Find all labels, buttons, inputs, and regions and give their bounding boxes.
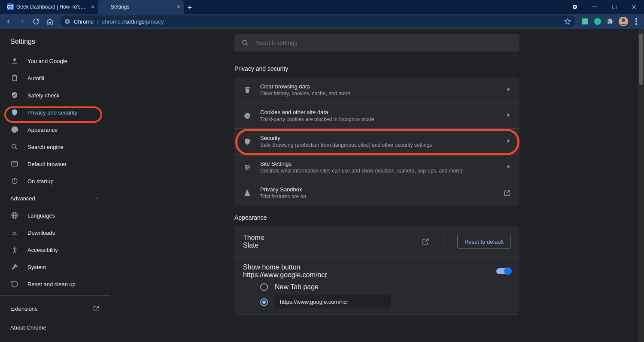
titlebar: GD Geek Dashboard | How-To's, Sm × Setti… <box>0 0 644 14</box>
launch-icon[interactable] <box>503 189 511 197</box>
home-url-input[interactable] <box>275 295 391 309</box>
row-subtitle: Safe Browsing (protection from dangerous… <box>260 142 499 148</box>
reset-to-default-button[interactable]: Reset to default <box>457 235 511 249</box>
shield-check-icon <box>10 91 19 99</box>
launch-icon <box>93 305 100 312</box>
palette-icon <box>10 126 19 133</box>
row-text: Clear browsing data Clear history, cooki… <box>260 83 499 97</box>
radio-custom-url[interactable] <box>243 291 511 309</box>
svg-point-11 <box>622 18 625 22</box>
sidebar-item-label: Reset and clean up <box>27 281 76 288</box>
minimize-button[interactable] <box>585 0 605 14</box>
close-window-button[interactable] <box>624 0 644 14</box>
svg-point-13 <box>635 21 637 22</box>
search-input[interactable] <box>256 39 513 46</box>
wrench-icon <box>10 263 19 271</box>
scroll-thumb[interactable] <box>639 33 643 85</box>
home-url: https://www.google.com/ncr <box>243 271 327 279</box>
reload-button[interactable] <box>30 15 42 27</box>
browser-icon <box>10 160 19 168</box>
searchbar[interactable] <box>234 34 519 51</box>
omnibox[interactable]: Chrome | chrome://settings/privacy <box>60 15 575 27</box>
sidebar-item-autofill[interactable]: Autofill <box>0 70 110 87</box>
row-privacy-sandbox[interactable]: Privacy Sandbox Trial features are on <box>234 180 519 206</box>
row-home-button: Show home button https://www.google.com/… <box>234 257 519 315</box>
shield-icon <box>10 109 19 116</box>
svg-point-18 <box>12 144 16 148</box>
sidebar-item-you-and-google[interactable]: You and Google <box>0 52 110 70</box>
omnibox-chip: Chrome <box>74 18 94 25</box>
sidebar-item-on-startup[interactable]: On startup <box>0 173 110 190</box>
row-theme: Theme Slate Reset to default <box>234 226 519 257</box>
appearance-card: Theme Slate Reset to default Show home b… <box>234 226 519 315</box>
back-button[interactable] <box>3 15 15 27</box>
bookmark-star-icon[interactable] <box>564 18 571 25</box>
new-tab-button[interactable]: + <box>184 2 196 14</box>
row-security[interactable]: Security Safe Browsing (protection from … <box>234 129 519 154</box>
chevron-right-icon <box>507 165 511 170</box>
theme-value: Slate <box>243 242 415 249</box>
toggle-knob <box>504 267 512 275</box>
home-button-toggle[interactable] <box>496 268 511 274</box>
row-site-settings[interactable]: Site Settings Controls what information … <box>234 154 519 180</box>
row-clear-browsing-data[interactable]: Clear browsing data Clear history, cooki… <box>234 77 519 103</box>
sidebar-item-privacy[interactable]: Privacy and security <box>0 104 110 121</box>
tab-geek-dashboard[interactable]: GD Geek Dashboard | How-To's, Sm × <box>3 0 98 14</box>
svg-point-33 <box>247 116 248 117</box>
svg-point-32 <box>246 114 247 115</box>
scrollbar[interactable] <box>638 29 644 342</box>
close-icon[interactable]: × <box>91 3 94 10</box>
row-subtitle: Controls what information sites can use … <box>260 168 499 174</box>
grammarly-icon[interactable] <box>592 16 603 27</box>
sidebar-item-downloads[interactable]: Downloads <box>0 224 110 241</box>
forward-button[interactable] <box>16 15 28 27</box>
svg-point-38 <box>246 165 247 166</box>
toolbar-right <box>580 16 641 27</box>
extension-icon[interactable] <box>580 16 590 27</box>
sidebar-item-reset[interactable]: Reset and clean up <box>0 275 110 293</box>
divider <box>0 295 110 296</box>
svg-point-31 <box>244 113 250 119</box>
extensions-puzzle-icon[interactable] <box>605 16 616 27</box>
row-subtitle: Trial features are on <box>260 194 495 200</box>
content: Privacy and security Clear browsing data… <box>110 29 644 342</box>
row-title: Site Settings <box>260 160 499 167</box>
svg-line-19 <box>15 148 17 149</box>
profile-avatar[interactable] <box>618 16 629 27</box>
search-wrap <box>234 29 519 57</box>
radio-new-tab[interactable]: New Tab page <box>243 279 511 291</box>
sidebar-item-about[interactable]: About Chrome <box>0 319 110 336</box>
row-cookies[interactable]: Cookies and other site data Third-party … <box>234 103 519 129</box>
close-icon[interactable]: × <box>177 3 180 10</box>
account-indicator-icon[interactable] <box>565 0 585 14</box>
radio-button[interactable] <box>260 283 268 291</box>
window-controls <box>565 0 644 14</box>
divider <box>443 234 444 249</box>
row-text: Privacy Sandbox Trial features are on <box>260 186 495 200</box>
search-icon <box>241 39 249 47</box>
sidebar-item-languages[interactable]: Languages <box>0 207 110 224</box>
maximize-button[interactable] <box>605 0 624 14</box>
sidebar-item-appearance[interactable]: Appearance <box>0 121 110 138</box>
svg-point-28 <box>14 247 15 248</box>
svg-point-12 <box>635 18 637 20</box>
sidebar-item-extensions[interactable]: Extensions <box>0 298 110 319</box>
sidebar-item-accessibility[interactable]: Accessibility <box>0 241 110 258</box>
svg-point-29 <box>243 40 246 44</box>
sidebar-item-safety-check[interactable]: Safety check <box>0 87 110 104</box>
radio-button[interactable] <box>260 298 268 306</box>
theme-label: Theme <box>243 234 415 242</box>
sidebar-list: You and Google Autofill Safety check Pri… <box>0 49 110 339</box>
omnibox-separator: | <box>97 18 98 25</box>
sidebar-item-system[interactable]: System <box>0 258 110 275</box>
sidebar-item-default-browser[interactable]: Default browser <box>0 155 110 173</box>
svg-point-7 <box>67 21 69 23</box>
row-text: Cookies and other site data Third-party … <box>260 109 499 122</box>
launch-icon[interactable] <box>422 238 429 245</box>
sidebar-item-search-engine[interactable]: Search engine <box>0 138 110 155</box>
tab-settings[interactable]: Settings × <box>98 0 184 14</box>
sidebar-advanced-toggle[interactable]: Advanced <box>0 190 110 207</box>
menu-button[interactable] <box>631 16 641 27</box>
home-button[interactable] <box>44 15 56 27</box>
power-icon <box>10 177 19 185</box>
